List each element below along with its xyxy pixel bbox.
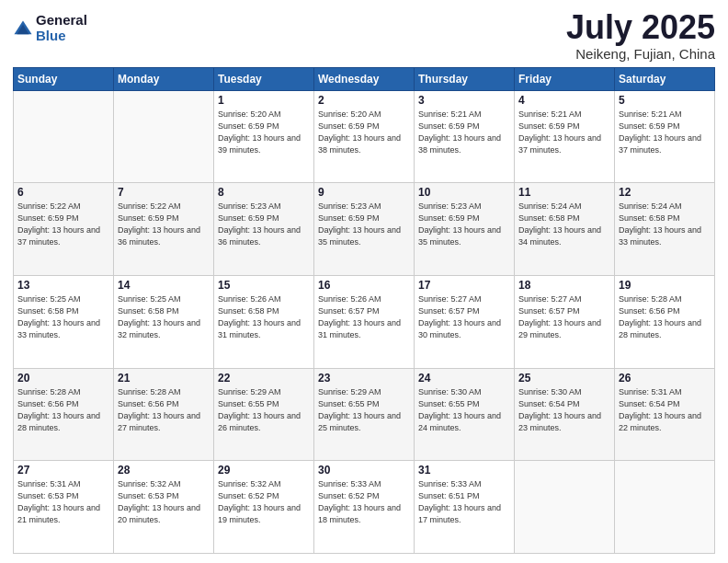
- col-thursday: Thursday: [415, 67, 515, 90]
- day-number: 30: [318, 464, 410, 477]
- day-number: 12: [619, 186, 711, 199]
- day-number: 2: [318, 94, 410, 107]
- table-row: 10Sunrise: 5:23 AM Sunset: 6:59 PM Dayli…: [415, 183, 515, 276]
- day-info: Sunrise: 5:25 AM Sunset: 6:58 PM Dayligh…: [17, 293, 109, 341]
- day-info: Sunrise: 5:20 AM Sunset: 6:59 PM Dayligh…: [318, 109, 410, 156]
- table-row: 1Sunrise: 5:20 AM Sunset: 6:59 PM Daylig…: [214, 90, 314, 183]
- day-info: Sunrise: 5:33 AM Sunset: 6:51 PM Dayligh…: [418, 478, 510, 526]
- table-row: [615, 461, 715, 554]
- day-info: Sunrise: 5:33 AM Sunset: 6:52 PM Dayligh…: [318, 478, 410, 526]
- calendar-header-row: Sunday Monday Tuesday Wednesday Thursday…: [14, 67, 715, 90]
- col-saturday: Saturday: [615, 67, 715, 90]
- table-row: 16Sunrise: 5:26 AM Sunset: 6:57 PM Dayli…: [314, 275, 415, 368]
- day-info: Sunrise: 5:31 AM Sunset: 6:53 PM Dayligh…: [17, 478, 109, 526]
- sub-title: Neikeng, Fujian, China: [566, 46, 715, 62]
- day-number: 24: [418, 372, 510, 385]
- day-number: 5: [619, 94, 711, 107]
- day-info: Sunrise: 5:26 AM Sunset: 6:57 PM Dayligh…: [318, 293, 410, 341]
- day-info: Sunrise: 5:27 AM Sunset: 6:57 PM Dayligh…: [518, 293, 610, 341]
- day-info: Sunrise: 5:23 AM Sunset: 6:59 PM Dayligh…: [218, 201, 310, 248]
- calendar-week-row: 1Sunrise: 5:20 AM Sunset: 6:59 PM Daylig…: [14, 90, 715, 183]
- day-info: Sunrise: 5:24 AM Sunset: 6:58 PM Dayligh…: [619, 201, 711, 248]
- day-info: Sunrise: 5:30 AM Sunset: 6:55 PM Dayligh…: [418, 386, 510, 434]
- day-info: Sunrise: 5:30 AM Sunset: 6:54 PM Dayligh…: [518, 386, 610, 434]
- day-info: Sunrise: 5:31 AM Sunset: 6:54 PM Dayligh…: [619, 386, 711, 434]
- col-sunday: Sunday: [14, 67, 114, 90]
- day-number: 21: [118, 372, 210, 385]
- table-row: 21Sunrise: 5:28 AM Sunset: 6:56 PM Dayli…: [114, 368, 214, 461]
- header: General Blue July 2025 Neikeng, Fujian, …: [13, 9, 715, 62]
- table-row: 29Sunrise: 5:32 AM Sunset: 6:52 PM Dayli…: [214, 461, 314, 554]
- table-row: 6Sunrise: 5:22 AM Sunset: 6:59 PM Daylig…: [14, 183, 114, 276]
- day-info: Sunrise: 5:29 AM Sunset: 6:55 PM Dayligh…: [318, 386, 410, 434]
- table-row: 13Sunrise: 5:25 AM Sunset: 6:58 PM Dayli…: [14, 275, 114, 368]
- logo-icon: [13, 19, 33, 40]
- day-number: 1: [218, 94, 310, 107]
- table-row: 18Sunrise: 5:27 AM Sunset: 6:57 PM Dayli…: [515, 275, 615, 368]
- table-row: [14, 90, 114, 183]
- table-row: 23Sunrise: 5:29 AM Sunset: 6:55 PM Dayli…: [314, 368, 415, 461]
- table-row: 2Sunrise: 5:20 AM Sunset: 6:59 PM Daylig…: [314, 90, 415, 183]
- table-row: [515, 461, 615, 554]
- day-number: 14: [118, 279, 210, 292]
- table-row: 31Sunrise: 5:33 AM Sunset: 6:51 PM Dayli…: [415, 461, 515, 554]
- day-number: 15: [218, 279, 310, 292]
- table-row: 11Sunrise: 5:24 AM Sunset: 6:58 PM Dayli…: [515, 183, 615, 276]
- title-block: July 2025 Neikeng, Fujian, China: [566, 9, 715, 62]
- table-row: 19Sunrise: 5:28 AM Sunset: 6:56 PM Dayli…: [615, 275, 715, 368]
- table-row: 8Sunrise: 5:23 AM Sunset: 6:59 PM Daylig…: [214, 183, 314, 276]
- day-number: 13: [17, 279, 109, 292]
- day-number: 3: [418, 94, 510, 107]
- logo: General Blue: [13, 13, 87, 43]
- day-number: 23: [318, 372, 410, 385]
- day-info: Sunrise: 5:23 AM Sunset: 6:59 PM Dayligh…: [318, 201, 410, 248]
- day-info: Sunrise: 5:27 AM Sunset: 6:57 PM Dayligh…: [418, 293, 510, 341]
- table-row: 14Sunrise: 5:25 AM Sunset: 6:58 PM Dayli…: [114, 275, 214, 368]
- day-number: 7: [118, 186, 210, 199]
- table-row: 15Sunrise: 5:26 AM Sunset: 6:58 PM Dayli…: [214, 275, 314, 368]
- table-row: 12Sunrise: 5:24 AM Sunset: 6:58 PM Dayli…: [615, 183, 715, 276]
- calendar-week-row: 6Sunrise: 5:22 AM Sunset: 6:59 PM Daylig…: [14, 183, 715, 276]
- day-info: Sunrise: 5:25 AM Sunset: 6:58 PM Dayligh…: [118, 293, 210, 341]
- day-info: Sunrise: 5:26 AM Sunset: 6:58 PM Dayligh…: [218, 293, 310, 341]
- day-info: Sunrise: 5:21 AM Sunset: 6:59 PM Dayligh…: [418, 109, 510, 156]
- day-number: 19: [619, 279, 711, 292]
- day-info: Sunrise: 5:28 AM Sunset: 6:56 PM Dayligh…: [17, 386, 109, 434]
- day-number: 28: [118, 464, 210, 477]
- day-number: 22: [218, 372, 310, 385]
- day-info: Sunrise: 5:20 AM Sunset: 6:59 PM Dayligh…: [218, 109, 310, 156]
- day-info: Sunrise: 5:24 AM Sunset: 6:58 PM Dayligh…: [518, 201, 610, 248]
- calendar: Sunday Monday Tuesday Wednesday Thursday…: [13, 67, 715, 554]
- main-title: July 2025: [566, 9, 715, 46]
- day-number: 4: [518, 94, 610, 107]
- day-info: Sunrise: 5:32 AM Sunset: 6:52 PM Dayligh…: [218, 478, 310, 526]
- table-row: 27Sunrise: 5:31 AM Sunset: 6:53 PM Dayli…: [14, 461, 114, 554]
- table-row: 17Sunrise: 5:27 AM Sunset: 6:57 PM Dayli…: [415, 275, 515, 368]
- day-number: 10: [418, 186, 510, 199]
- calendar-week-row: 13Sunrise: 5:25 AM Sunset: 6:58 PM Dayli…: [14, 275, 715, 368]
- col-tuesday: Tuesday: [214, 67, 314, 90]
- day-number: 9: [318, 186, 410, 199]
- day-number: 20: [17, 372, 109, 385]
- logo-text: General Blue: [36, 13, 87, 43]
- table-row: 30Sunrise: 5:33 AM Sunset: 6:52 PM Dayli…: [314, 461, 415, 554]
- day-number: 18: [518, 279, 610, 292]
- table-row: 20Sunrise: 5:28 AM Sunset: 6:56 PM Dayli…: [14, 368, 114, 461]
- table-row: 5Sunrise: 5:21 AM Sunset: 6:59 PM Daylig…: [615, 90, 715, 183]
- col-wednesday: Wednesday: [314, 67, 415, 90]
- logo-general: General: [36, 13, 87, 29]
- table-row: 3Sunrise: 5:21 AM Sunset: 6:59 PM Daylig…: [415, 90, 515, 183]
- day-number: 17: [418, 279, 510, 292]
- table-row: [114, 90, 214, 183]
- day-number: 26: [619, 372, 711, 385]
- day-number: 6: [17, 186, 109, 199]
- day-number: 31: [418, 464, 510, 477]
- calendar-week-row: 27Sunrise: 5:31 AM Sunset: 6:53 PM Dayli…: [14, 461, 715, 554]
- day-info: Sunrise: 5:22 AM Sunset: 6:59 PM Dayligh…: [17, 201, 109, 248]
- day-number: 11: [518, 186, 610, 199]
- col-friday: Friday: [515, 67, 615, 90]
- day-info: Sunrise: 5:32 AM Sunset: 6:53 PM Dayligh…: [118, 478, 210, 526]
- table-row: 26Sunrise: 5:31 AM Sunset: 6:54 PM Dayli…: [615, 368, 715, 461]
- table-row: 24Sunrise: 5:30 AM Sunset: 6:55 PM Dayli…: [415, 368, 515, 461]
- col-monday: Monday: [114, 67, 214, 90]
